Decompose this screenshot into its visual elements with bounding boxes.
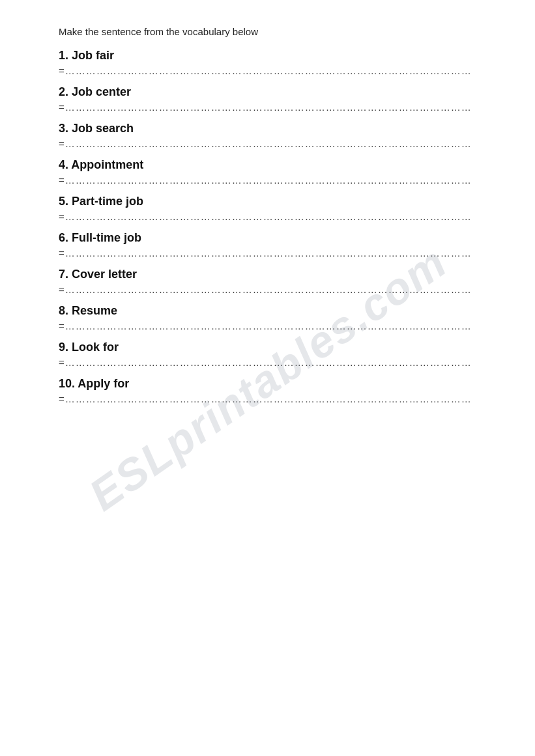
answer-line[interactable]: =……………………………………………………………………………………………………… <box>59 211 483 222</box>
vocab-term: 1. Job fair <box>59 49 483 63</box>
instructions-text: Make the sentence from the vocabulary be… <box>59 26 483 37</box>
vocab-term: 8. Resume <box>59 304 483 318</box>
answer-line[interactable]: =……………………………………………………………………………………………………… <box>59 65 483 76</box>
answer-line[interactable]: =……………………………………………………………………………………………………… <box>59 357 483 368</box>
answer-line[interactable]: =……………………………………………………………………………………………………… <box>59 247 483 259</box>
vocab-list: 1. Job fair=…………………………………………………………………………… <box>59 49 483 404</box>
list-item: 2. Job center=……………………………………………………………………… <box>59 85 483 113</box>
list-item: 8. Resume=………………………………………………………………………………… <box>59 304 483 331</box>
answer-line[interactable]: =……………………………………………………………………………………………………… <box>59 102 483 113</box>
vocab-term: 10. Apply for <box>59 377 483 391</box>
list-item: 3. Job search=……………………………………………………………………… <box>59 122 483 149</box>
vocab-term: 5. Part-time job <box>59 195 483 208</box>
vocab-term: 3. Job search <box>59 122 483 135</box>
list-item: 1. Job fair=…………………………………………………………………………… <box>59 49 483 76</box>
list-item: 7. Cover letter=………………………………………………………………… <box>59 268 483 295</box>
answer-line[interactable]: =……………………………………………………………………………………………………… <box>59 175 483 186</box>
vocab-term: 9. Look for <box>59 341 483 354</box>
vocab-term: 2. Job center <box>59 85 483 99</box>
list-item: 5. Part-time job=……………………………………………………………… <box>59 195 483 222</box>
answer-line[interactable]: =……………………………………………………………………………………………………… <box>59 393 483 404</box>
list-item: 6. Full-time job=……………………………………………………………… <box>59 231 483 259</box>
worksheet-page: ESLprintables.com Make the sentence from… <box>0 0 535 756</box>
list-item: 4. Appointment=…………………………………………………………………… <box>59 158 483 186</box>
vocab-term: 4. Appointment <box>59 158 483 172</box>
list-item: 10. Apply for=……………………………………………………………………… <box>59 377 483 404</box>
answer-line[interactable]: =……………………………………………………………………………………………………… <box>59 138 483 149</box>
list-item: 9. Look for=…………………………………………………………………………… <box>59 341 483 368</box>
vocab-term: 6. Full-time job <box>59 231 483 245</box>
vocab-term: 7. Cover letter <box>59 268 483 281</box>
answer-line[interactable]: =……………………………………………………………………………………………………… <box>59 284 483 295</box>
answer-line[interactable]: =……………………………………………………………………………………………………… <box>59 320 483 331</box>
